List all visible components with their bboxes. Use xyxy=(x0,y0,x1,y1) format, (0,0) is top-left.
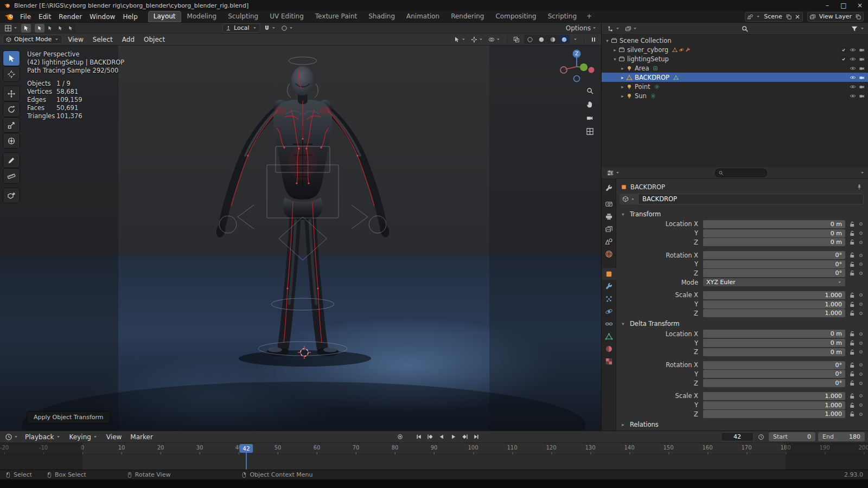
options-chevron-icon[interactable] xyxy=(860,170,865,175)
lock-icon[interactable] xyxy=(848,410,856,418)
animate-decorator-icon[interactable] xyxy=(858,371,864,377)
previous-keyframe-button[interactable] xyxy=(425,432,436,442)
expand-icon[interactable]: ▸ xyxy=(611,47,618,53)
ortho-grid-icon[interactable] xyxy=(586,127,594,136)
camera-view-icon[interactable] xyxy=(586,114,594,122)
properties-tab-view-layer[interactable] xyxy=(602,223,616,235)
rotate-tool[interactable] xyxy=(3,102,20,117)
animate-decorator-icon[interactable] xyxy=(858,239,864,246)
preview-range-button[interactable] xyxy=(756,433,766,441)
animate-decorator-icon[interactable] xyxy=(858,402,864,408)
menu-select[interactable]: Select xyxy=(89,35,117,44)
expand-icon[interactable]: ▸ xyxy=(619,93,626,99)
lock-icon[interactable] xyxy=(848,252,856,259)
filter-icon[interactable] xyxy=(851,25,858,33)
animate-decorator-icon[interactable] xyxy=(858,270,864,277)
delta-rotation-y-field[interactable]: 0° xyxy=(703,370,845,378)
delta-location-z-field[interactable]: 0 m xyxy=(703,348,845,356)
search-icon[interactable] xyxy=(741,25,749,33)
menu-view[interactable]: View xyxy=(64,35,87,44)
xray-toggle[interactable] xyxy=(512,35,521,44)
editor-type-button[interactable] xyxy=(3,432,20,442)
lock-icon[interactable] xyxy=(848,239,856,246)
scale-tool[interactable] xyxy=(3,118,20,132)
outliner-row-sun[interactable]: ▸ Sun xyxy=(602,91,868,100)
pin-icon[interactable] xyxy=(856,184,863,190)
minimize-button[interactable]: – xyxy=(819,0,835,11)
expand-icon[interactable]: ▸ xyxy=(619,75,626,80)
animate-decorator-icon[interactable] xyxy=(858,380,864,387)
shading-wireframe-button[interactable] xyxy=(524,35,535,44)
lock-icon[interactable] xyxy=(848,261,856,268)
lock-icon[interactable] xyxy=(848,310,856,317)
playhead-line[interactable] xyxy=(246,451,247,470)
properties-search-input[interactable] xyxy=(715,169,767,177)
tab-uv-editing[interactable]: UV Editing xyxy=(264,11,309,22)
lock-icon[interactable] xyxy=(848,269,856,277)
delta-location-y-field[interactable]: 0 m xyxy=(703,339,845,347)
properties-tab-object[interactable] xyxy=(602,268,616,280)
lock-icon[interactable] xyxy=(848,339,856,346)
scale-x-field[interactable]: 1.000 xyxy=(703,291,845,299)
animate-decorator-icon[interactable] xyxy=(858,310,864,317)
frame-end-field[interactable]: End180 xyxy=(818,432,865,441)
measure-tool[interactable] xyxy=(3,169,20,183)
blender-logo-icon[interactable] xyxy=(4,12,14,21)
annotate-tool[interactable] xyxy=(3,153,20,168)
hide-viewport-icon[interactable] xyxy=(850,93,856,99)
properties-tab-constraints[interactable] xyxy=(602,318,616,330)
collapse-icon[interactable]: ▾ xyxy=(604,38,611,43)
menu-add[interactable]: Add xyxy=(118,35,138,44)
menu-playback[interactable]: Playback xyxy=(21,432,65,442)
snap-toggle-button[interactable] xyxy=(262,24,278,33)
rotation-mode-select[interactable]: XYZ Euler xyxy=(703,278,845,286)
play-button[interactable] xyxy=(448,432,458,442)
view-layer-selector[interactable]: View Layer xyxy=(807,12,864,22)
delta-scale-z-field[interactable]: 1.000 xyxy=(703,410,845,418)
disable-render-icon[interactable] xyxy=(859,93,865,99)
rotation-x-field[interactable]: 0° xyxy=(703,251,845,259)
animate-decorator-icon[interactable] xyxy=(858,230,864,236)
animate-decorator-icon[interactable] xyxy=(858,393,864,399)
lock-icon[interactable] xyxy=(848,362,856,369)
select-mode-new[interactable] xyxy=(35,24,44,33)
panel-header-transform[interactable]: ▾ Transform xyxy=(618,208,865,220)
add-workspace-button[interactable]: + xyxy=(583,11,596,22)
collapse-icon[interactable]: ▾ xyxy=(611,56,618,62)
location-z-field[interactable]: 0 m xyxy=(703,238,845,246)
display-mode-button[interactable] xyxy=(623,24,639,33)
properties-tab-output[interactable] xyxy=(602,210,616,222)
menu-edit[interactable]: Edit xyxy=(35,12,55,22)
properties-tab-texture[interactable] xyxy=(602,355,616,367)
location-y-field[interactable]: 0 m xyxy=(703,229,845,237)
outliner-row-scene-collection[interactable]: ▾ Scene Collection xyxy=(602,36,868,45)
expand-icon[interactable]: ▸ xyxy=(619,84,626,89)
panel-header-relations[interactable]: ▸ Relations xyxy=(618,419,865,431)
hide-viewport-icon[interactable] xyxy=(850,56,856,62)
delta-location-x-field[interactable]: 0 m xyxy=(703,330,845,338)
location-x-field[interactable]: 0 m xyxy=(703,220,845,228)
editor-type-button[interactable] xyxy=(605,168,622,178)
animate-decorator-icon[interactable] xyxy=(858,261,864,267)
properties-tab-object-data[interactable] xyxy=(602,330,616,342)
animate-decorator-icon[interactable] xyxy=(858,349,864,355)
tab-compositing[interactable]: Compositing xyxy=(490,11,541,22)
delta-scale-x-field[interactable]: 1.000 xyxy=(703,392,845,400)
select-mode-subtract[interactable] xyxy=(55,24,65,33)
next-keyframe-button[interactable] xyxy=(459,432,470,442)
disable-render-icon[interactable] xyxy=(859,65,865,72)
panel-header-delta-transform[interactable]: ▾ Delta Transform xyxy=(618,318,865,330)
menu-view[interactable]: View xyxy=(103,432,125,442)
scene-selector[interactable]: Scene xyxy=(745,12,803,22)
lock-icon[interactable] xyxy=(848,330,856,337)
new-scene-icon[interactable] xyxy=(786,14,792,20)
shading-dropdown[interactable] xyxy=(571,36,579,43)
rotation-z-field[interactable]: 0° xyxy=(703,269,845,277)
animate-decorator-icon[interactable] xyxy=(858,252,864,259)
jump-to-end-button[interactable] xyxy=(470,432,481,442)
title-bar[interactable]: Blender [E:\RIGS\cyborg blender rig\cybo… xyxy=(0,0,868,11)
mode-dropdown[interactable]: Object Mode xyxy=(3,35,62,44)
lock-icon[interactable] xyxy=(848,349,856,356)
options-menu[interactable]: Options xyxy=(564,23,598,33)
viewport-3d[interactable]: User Perspective (42) lightingSetup | BA… xyxy=(0,46,601,431)
